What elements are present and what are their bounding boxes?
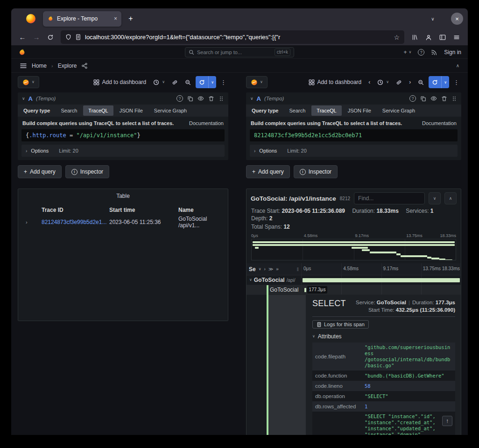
minimap-graph[interactable]: [251, 239, 456, 260]
mega-menu-icon[interactable]: [20, 62, 27, 70]
chevron-down-icon[interactable]: ∨: [259, 267, 261, 271]
page-info-icon[interactable]: [75, 34, 81, 40]
kebab-menu-icon[interactable]: ⋮: [218, 79, 228, 86]
span-row-root[interactable]: ∨ GoToSocial /api/: [247, 275, 461, 285]
tab-traceql[interactable]: TraceQL: [311, 105, 341, 116]
inspector-button[interactable]: i Inspector: [65, 165, 109, 178]
run-query-button[interactable]: ∨: [429, 76, 449, 88]
shield-icon[interactable]: [65, 34, 71, 40]
kebab-menu-icon[interactable]: ⋮: [451, 79, 461, 86]
news-icon[interactable]: [431, 49, 437, 56]
service-operation-header[interactable]: Se ∨ › ≫ » ‖: [247, 263, 302, 275]
inspector-button[interactable]: i Inspector: [294, 165, 338, 178]
find-prev-button[interactable]: ∨: [429, 192, 441, 204]
zoom-out-button[interactable]: [416, 76, 426, 88]
remove-query-icon[interactable]: [208, 96, 214, 102]
move-pane-right-button[interactable]: ›: [407, 76, 413, 88]
traceql-code-editor[interactable]: 82124873cf3e99b5d2e1cc5d2bc0eb71: [250, 129, 458, 141]
find-input[interactable]: [354, 192, 425, 204]
run-interval-caret[interactable]: ∨: [441, 76, 449, 88]
tab-json-file[interactable]: JSON File: [114, 105, 148, 116]
new-tab-button[interactable]: +: [124, 12, 137, 25]
duplicate-query-icon[interactable]: [420, 96, 426, 102]
grafana-logo[interactable]: [18, 48, 26, 56]
expand-all-icon[interactable]: »: [276, 266, 279, 272]
time-picker-button[interactable]: ∨: [375, 76, 391, 88]
add-to-dashboard-button[interactable]: Add to dashboard: [91, 76, 149, 88]
browser-tab[interactable]: Explore - Tempo ×: [43, 11, 121, 27]
account-icon[interactable]: [422, 31, 435, 44]
add-to-dashboard-button[interactable]: Add to dashboard: [306, 76, 364, 88]
time-picker-button[interactable]: ∨: [151, 76, 167, 88]
tab-search[interactable]: Search: [284, 105, 310, 116]
column-resizer[interactable]: ‖: [296, 266, 299, 272]
collapse-children-icon[interactable]: ∨: [249, 278, 252, 282]
bookmark-star-icon[interactable]: ☆: [394, 34, 400, 41]
tab-service-graph[interactable]: Service Graph: [377, 105, 420, 116]
back-button[interactable]: ←: [16, 31, 29, 44]
collapse-toolbar-icon[interactable]: ∧: [456, 63, 459, 68]
link-button[interactable]: [394, 76, 404, 88]
datasource-picker[interactable]: ∨: [246, 76, 268, 88]
table-row[interactable]: › 82124873cf3e99b5d2e1... 2023-06-05 11:…: [22, 217, 224, 227]
expand-row-icon[interactable]: ›: [22, 219, 42, 225]
forward-button[interactable]: →: [30, 31, 43, 44]
tab-traceql[interactable]: TraceQL: [83, 105, 113, 116]
expand-one-icon[interactable]: ›: [264, 266, 266, 272]
share-icon[interactable]: [81, 63, 88, 69]
collapse-query-icon[interactable]: ∨: [250, 96, 254, 101]
documentation-link[interactable]: Documentation: [422, 120, 457, 126]
tab-search[interactable]: Search: [56, 105, 82, 116]
query-row-header[interactable]: ∨ A (Tempo) ?: [246, 92, 461, 105]
duplicate-query-icon[interactable]: [187, 96, 193, 102]
url-text[interactable]: localhost:3000/explore?orgId=1&left={"da…: [85, 34, 390, 41]
query-help-icon[interactable]: ?: [409, 95, 416, 102]
sign-in-link[interactable]: Sign in: [444, 49, 461, 56]
library-icon[interactable]: [408, 31, 421, 44]
attributes-collapse[interactable]: ∨ Attributes: [312, 333, 455, 340]
zoom-out-button[interactable]: [183, 76, 193, 88]
move-pane-left-button[interactable]: ‹: [366, 76, 373, 88]
sidebar-icon[interactable]: [436, 31, 449, 44]
breadcrumb-explore[interactable]: Explore: [58, 63, 77, 69]
list-tabs-icon[interactable]: ∨: [427, 13, 439, 25]
reload-button[interactable]: [44, 31, 57, 44]
run-query-button[interactable]: ∨: [196, 76, 216, 88]
url-bar[interactable]: localhost:3000/explore?orgId=1&left={"da…: [61, 30, 404, 44]
help-icon[interactable]: ?: [418, 49, 424, 56]
tab-close-icon[interactable]: ×: [114, 15, 117, 22]
remove-query-icon[interactable]: [441, 96, 447, 102]
options-collapse[interactable]: › Options Limit: 20: [21, 145, 225, 157]
query-help-icon[interactable]: ?: [176, 95, 183, 102]
run-interval-caret[interactable]: ∨: [208, 76, 216, 88]
drag-handle-icon[interactable]: [451, 96, 457, 102]
col-trace-id[interactable]: Trace ID: [42, 207, 109, 213]
scroll-to-top-button[interactable]: ↑: [442, 416, 452, 426]
span-duration-bar[interactable]: [303, 278, 460, 282]
collapse-query-icon[interactable]: ∨: [22, 96, 25, 101]
add-query-button[interactable]: + Add query: [246, 165, 290, 178]
tab-service-graph[interactable]: Service Graph: [149, 105, 192, 116]
col-start-time[interactable]: Start time: [109, 207, 178, 213]
tab-json-file[interactable]: JSON File: [343, 105, 376, 116]
collapse-all-icon[interactable]: ≫: [268, 266, 273, 272]
query-row-header[interactable]: ∨ A (Tempo) ?: [18, 92, 228, 105]
drag-handle-icon[interactable]: [218, 96, 224, 102]
traceql-code-editor[interactable]: {.http.route = "/api/v1/instance"}: [21, 129, 225, 141]
new-button[interactable]: + ∨: [403, 49, 411, 56]
options-collapse[interactable]: › Options Limit: 20: [250, 145, 458, 157]
search-input[interactable]: Search or jump to... ctrl+k: [185, 47, 294, 57]
col-name[interactable]: Name: [178, 207, 224, 213]
disable-query-icon[interactable]: [197, 95, 204, 102]
datasource-picker[interactable]: ∨: [18, 76, 39, 88]
breadcrumb-home[interactable]: Home: [32, 63, 47, 69]
menu-icon[interactable]: [450, 31, 463, 44]
trace-id-link[interactable]: 82124873cf3e99b5d2e1...: [42, 219, 109, 225]
span-duration-bar[interactable]: [304, 288, 306, 292]
logs-for-span-button[interactable]: Logs for this span: [312, 320, 369, 329]
documentation-link[interactable]: Documentation: [189, 120, 224, 126]
trace-minimap[interactable]: 0μs 4.58ms 9.17ms 13.75ms 18.33ms: [251, 233, 456, 260]
find-next-button[interactable]: ∧: [444, 192, 457, 204]
link-button[interactable]: [169, 76, 180, 88]
window-close-button[interactable]: ×: [451, 13, 463, 25]
